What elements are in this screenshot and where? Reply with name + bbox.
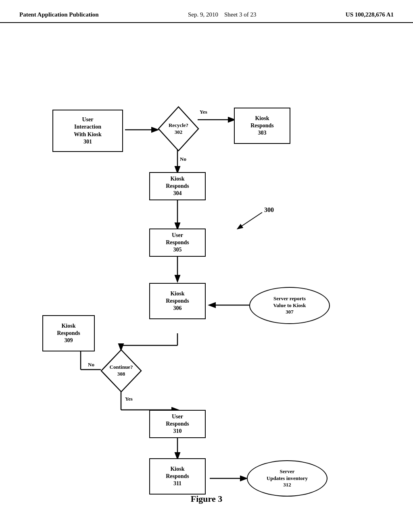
- node-304: Kiosk Responds 304: [149, 172, 206, 200]
- page-header: Patent Application Publication Sep. 9, 2…: [0, 0, 413, 23]
- label-yes1: Yes: [200, 109, 207, 115]
- ref-300: 300: [264, 206, 274, 214]
- node-311: Kiosk Responds 311: [149, 458, 206, 495]
- label-no2: No: [88, 362, 94, 368]
- node-302: Recycle? 302: [157, 106, 200, 152]
- header-right: US 100,228,676 A1: [346, 11, 394, 18]
- node-307: Server reports Value to Kiosk 307: [249, 287, 330, 324]
- node-301: User Interaction With Kiosk 301: [52, 110, 123, 152]
- label-yes2: Yes: [125, 396, 133, 402]
- figure-caption: Figure 3: [0, 486, 413, 508]
- node-306: Kiosk Responds 306: [149, 283, 206, 319]
- node-309: Kiosk Responds 309: [42, 315, 95, 351]
- header-left: Patent Application Publication: [19, 11, 99, 18]
- diagram-area: User Interaction With Kiosk 301 Recycle?…: [0, 23, 413, 486]
- svg-line-15: [238, 212, 262, 229]
- label-no1: No: [180, 156, 186, 162]
- header-center: Sep. 9, 2010 Sheet 3 of 23: [188, 11, 257, 18]
- node-312: Server Updates inventory 312: [247, 460, 327, 497]
- node-308: Continue? 308: [100, 349, 142, 393]
- node-303: Kiosk Responds 303: [234, 108, 290, 144]
- node-310: User Responds 310: [149, 410, 206, 438]
- node-305: User Responds 305: [149, 229, 206, 257]
- arrows-svg: [0, 23, 413, 486]
